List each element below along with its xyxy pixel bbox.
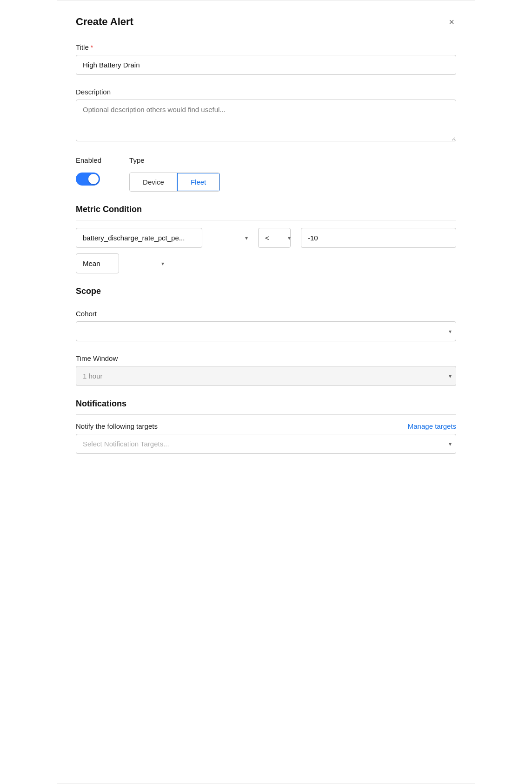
enabled-field: Enabled [76,156,101,186]
toggle-track[interactable] [76,173,100,186]
metric-value-input[interactable] [301,228,456,248]
title-label: Title * [76,43,456,51]
metric-chevron-icon: ▾ [245,235,248,241]
description-label: Description [76,88,456,96]
time-window-select[interactable]: 1 hour 6 hours 12 hours 24 hours 7 days [76,366,456,386]
notification-select-wrapper: Select Notification Targets... ▾ [76,434,456,454]
cohort-label: Cohort [76,310,456,318]
metric-condition-section: Metric Condition battery_discharge_rate_… [76,205,456,273]
aggregation-row: Mean Max Min Sum Count ▾ [76,253,456,273]
aggregation-chevron-icon: ▾ [161,260,164,267]
metric-select-wrapper: battery_discharge_rate_pct_pe... battery… [76,228,253,248]
scope-title: Scope [76,286,456,302]
type-fleet-button[interactable]: Fleet [177,173,220,192]
manage-targets-link[interactable]: Manage targets [408,422,456,430]
enabled-label: Enabled [76,156,101,164]
notification-targets-select[interactable]: Select Notification Targets... [76,434,456,454]
cohort-select-wrapper: ▾ [76,321,456,341]
title-section: Title * [76,43,456,75]
notifications-header: Notify the following targets Manage targ… [76,422,456,430]
notifications-section: Notifications Notify the following targe… [76,399,456,454]
type-field: Type Device Fleet [129,156,220,192]
description-input[interactable] [76,100,456,141]
metric-select[interactable]: battery_discharge_rate_pct_pe... battery… [76,228,202,248]
cohort-field: Cohort ▾ [76,310,456,341]
operator-select[interactable]: < > <= >= == != [258,228,291,248]
type-label: Type [129,156,220,164]
notifications-title: Notifications [76,399,456,415]
modal-header: Create Alert × [76,15,456,28]
operator-select-wrapper: < > <= >= == != ▾ [258,228,295,248]
type-device-button[interactable]: Device [130,173,177,191]
close-button[interactable]: × [447,15,456,28]
cohort-select[interactable] [76,321,456,341]
description-section: Description [76,88,456,143]
time-window-select-wrapper: 1 hour 6 hours 12 hours 24 hours 7 days … [76,366,456,386]
enabled-type-row: Enabled Type Device Fleet [76,156,456,192]
time-window-label: Time Window [76,354,456,362]
modal-title: Create Alert [76,16,133,28]
scope-section: Scope Cohort ▾ Time Window 1 hour 6 hour… [76,286,456,386]
notify-label: Notify the following targets [76,422,158,430]
title-input[interactable] [76,55,456,75]
required-indicator: * [91,44,93,51]
create-alert-modal: Create Alert × Title * Description Enabl… [57,0,475,784]
aggregation-select[interactable]: Mean Max Min Sum Count [76,253,119,273]
type-toggle-group: Device Fleet [129,173,220,192]
enabled-toggle[interactable] [76,173,101,186]
metric-condition-title: Metric Condition [76,205,456,220]
aggregation-select-wrapper: Mean Max Min Sum Count ▾ [76,253,169,273]
metric-condition-row: battery_discharge_rate_pct_pe... battery… [76,228,456,248]
toggle-knob [88,174,99,184]
time-window-field: Time Window 1 hour 6 hours 12 hours 24 h… [76,354,456,386]
